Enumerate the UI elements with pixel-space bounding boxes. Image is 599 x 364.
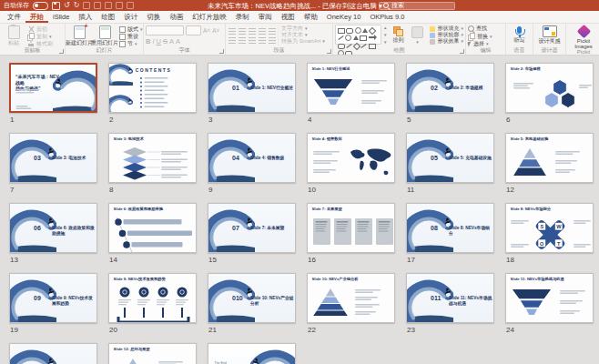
grow-font-icon[interactable]: A˄: [203, 27, 210, 34]
qat-icon[interactable]: [116, 2, 123, 9]
columns-icon[interactable]: [269, 36, 277, 44]
align-center-icon[interactable]: [239, 36, 247, 44]
qat-icon[interactable]: [105, 2, 112, 9]
search-input[interactable]: 搜索: [379, 2, 455, 10]
redo-icon[interactable]: ↻: [74, 0, 80, 11]
text-direction-button[interactable]: 文字方向▾: [281, 25, 325, 32]
gallery-scroll[interactable]: ▲▼▼: [383, 25, 387, 46]
slide-thumbnail-21[interactable]: 010Slide 10: NEVs产业链分析: [208, 273, 296, 323]
save-icon[interactable]: [52, 2, 60, 10]
shape-effects-button[interactable]: 形状效果▾: [430, 38, 463, 45]
new-slide-button[interactable]: 新建幻灯片: [67, 25, 91, 46]
dialog-launcher-icon[interactable]: [327, 49, 331, 54]
indent-increase-icon[interactable]: [259, 27, 267, 35]
indent-decrease-icon[interactable]: [249, 27, 257, 35]
font-size-select[interactable]: [186, 25, 201, 35]
slide-thumbnail-12[interactable]: Slide 5: 充电基础设施: [505, 133, 594, 183]
slide-thumbnail-4[interactable]: Slide 1: NEV行业概述: [307, 63, 395, 113]
slide-thumbnail-26[interactable]: Slide 12: 总结与展望: [108, 343, 197, 364]
tab-帮助[interactable]: 帮助: [300, 11, 322, 23]
slide-thumbnail-7[interactable]: 03Slide 3: 电池技术: [9, 133, 97, 183]
paste-button[interactable]: 粘贴: [2, 25, 25, 46]
tab-iSlide[interactable]: iSlide: [48, 11, 74, 23]
slide-thumbnail-14[interactable]: Slide 6: 政府政策和激励措施: [108, 203, 197, 253]
tab-动画[interactable]: 动画: [165, 11, 188, 23]
tab-文件[interactable]: 文件: [3, 11, 25, 23]
numbering-icon[interactable]: [239, 27, 247, 35]
slide-thumbnail-23[interactable]: 011Slide 11: NEVs市场挑战与机遇: [406, 273, 494, 323]
slide-thumbnail-10[interactable]: Slide 4: 销售数据: [307, 133, 395, 183]
shape-outline-button[interactable]: 形状轮廓▾: [430, 32, 463, 38]
slide-thumbnail-9[interactable]: 04Slide 4: 销售数据: [208, 133, 296, 183]
slide-thumbnail-19[interactable]: 09Slide 9: NEVs技术发展和趋势: [9, 273, 97, 323]
align-text-button[interactable]: 对齐文本▾: [281, 32, 325, 38]
slide-thumbnail-24[interactable]: Slide 11: NEVs市场挑战与机遇: [505, 273, 594, 323]
cut-button[interactable]: 剪切: [27, 25, 53, 33]
slide-thumbnail-5[interactable]: 02Slide 2: 市场规模: [406, 63, 494, 113]
replace-button[interactable]: 替换▾: [468, 33, 503, 40]
dialog-launcher-icon[interactable]: [460, 49, 464, 54]
font-style-button[interactable]: B: [146, 37, 150, 46]
quick-styles-button[interactable]: ▾: [409, 25, 425, 46]
slide-thumbnail-18[interactable]: Slide 8: NEVs市场细分 S W O T: [505, 203, 594, 253]
tab-幻灯片放映[interactable]: 幻灯片放映: [188, 11, 231, 23]
autosave-toggle[interactable]: [33, 2, 48, 10]
line-spacing-icon[interactable]: [269, 27, 277, 35]
design-ideas-button[interactable]: 设计灵感: [535, 25, 563, 45]
tab-视图[interactable]: 视图: [277, 11, 300, 23]
copy-button[interactable]: 复制▾: [27, 33, 53, 40]
undo-icon[interactable]: ↺: [64, 0, 70, 11]
bullets-icon[interactable]: [228, 27, 237, 35]
slide-thumbnail-25[interactable]: 012Slide 12: 总结与展望: [9, 343, 97, 364]
shrink-font-icon[interactable]: A˅: [212, 27, 219, 34]
tab-OKPlus 9.0[interactable]: OKPlus 9.0: [365, 11, 409, 23]
slide-thumbnail-1[interactable]: “未来汽车市场：NEV战略趋向与挑战”: [9, 63, 97, 113]
font-name-select[interactable]: [146, 25, 184, 35]
slide-thumbnail-6[interactable]: Slide 2: 市场规模: [505, 63, 594, 113]
tab-切换[interactable]: 切换: [142, 11, 165, 23]
find-button[interactable]: 查找: [468, 25, 503, 32]
justify-icon[interactable]: [259, 36, 267, 44]
slide-thumbnail-15[interactable]: 07Slide 7: 未来展望: [208, 203, 296, 253]
slide-thumbnail-22[interactable]: Slide 10: NEVs产业链分析: [307, 273, 395, 323]
dialog-launcher-icon[interactable]: [59, 49, 64, 54]
font-style-button[interactable]: U: [157, 37, 161, 46]
slide-thumbnail-11[interactable]: 05Slide 5: 充电基础设施: [406, 133, 494, 183]
shape-outline-icon: [430, 33, 435, 38]
tab-设计[interactable]: 设计: [119, 11, 142, 23]
font-style-button[interactable]: S: [163, 37, 168, 46]
tab-OneKey 10[interactable]: OneKey 10: [322, 11, 366, 23]
align-right-icon[interactable]: [249, 36, 257, 44]
shape-fill-button[interactable]: 形状填充▾: [430, 25, 463, 32]
align-left-icon[interactable]: [228, 36, 237, 44]
font-style-button[interactable]: A: [169, 37, 174, 46]
convert-smartart-button[interactable]: 转换为 SmartArt▾: [281, 38, 325, 45]
font-style-button[interactable]: A: [176, 37, 180, 46]
dialog-launcher-icon[interactable]: [219, 49, 224, 54]
qat-icon[interactable]: [127, 2, 134, 9]
shapes-gallery[interactable]: [335, 25, 381, 45]
slide-thumbnail-13[interactable]: 06Slide 6: 政府政策和激励措施: [9, 203, 97, 253]
slide-thumbnail-2[interactable]: CONTENTS: [108, 63, 197, 113]
slide-thumbnail-27[interactable]: The EndTHANKS: [208, 343, 296, 364]
layout-button[interactable]: 版式▾: [118, 25, 143, 33]
qat-icon[interactable]: [83, 2, 90, 9]
qat-icon[interactable]: [94, 2, 101, 9]
tab-录制[interactable]: 录制: [231, 11, 254, 23]
slide-number: 22: [308, 326, 395, 334]
tab-开始[interactable]: 开始: [25, 11, 48, 23]
tab-审阅[interactable]: 审阅: [254, 11, 277, 23]
dictate-button[interactable]: 听写: [508, 25, 531, 44]
slide-thumbnail-16[interactable]: Slide 7: 未来展望: [307, 203, 395, 253]
font-style-button[interactable]: I: [152, 37, 154, 46]
slide-thumbnail-20[interactable]: Slide 9: NEVs技术发展和趋势: [108, 273, 197, 323]
arrange-button[interactable]: 排列: [389, 25, 407, 46]
tab-绘图[interactable]: 绘图: [96, 11, 119, 23]
reset-button[interactable]: 重设: [118, 33, 143, 40]
reuse-slides-button[interactable]: 重用幻灯片: [93, 25, 117, 46]
slide-thumbnail-8[interactable]: Slide 3: 电池技术: [108, 133, 197, 183]
tab-插入[interactable]: 插入: [74, 11, 96, 23]
slide-thumbnail-3[interactable]: 01Slide 1: NEV行业概述: [208, 63, 296, 113]
pickit-images-button[interactable]: Pickit Images: [568, 25, 599, 49]
slide-thumbnail-17[interactable]: 08Slide 8: NEVs市场细分: [406, 203, 494, 253]
